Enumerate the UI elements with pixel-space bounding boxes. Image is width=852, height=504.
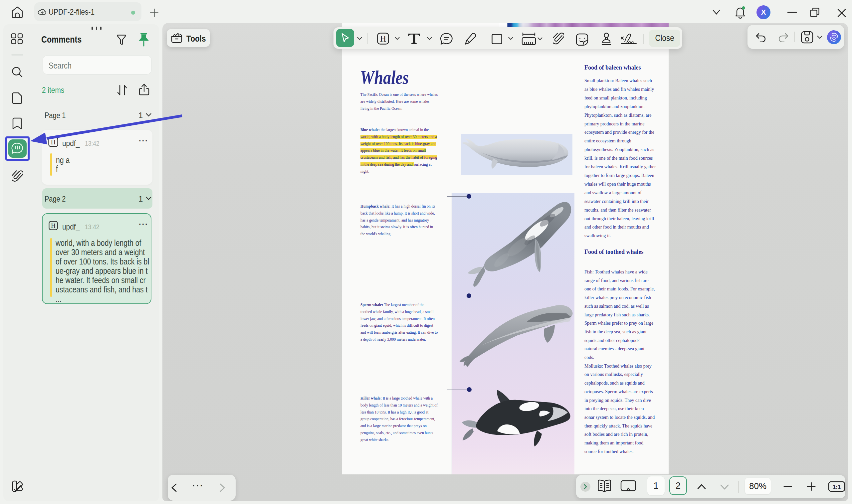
svg-text:1:1: 1:1 bbox=[833, 484, 841, 490]
svg-text:H: H bbox=[51, 222, 55, 229]
svg-text:H: H bbox=[380, 34, 386, 43]
